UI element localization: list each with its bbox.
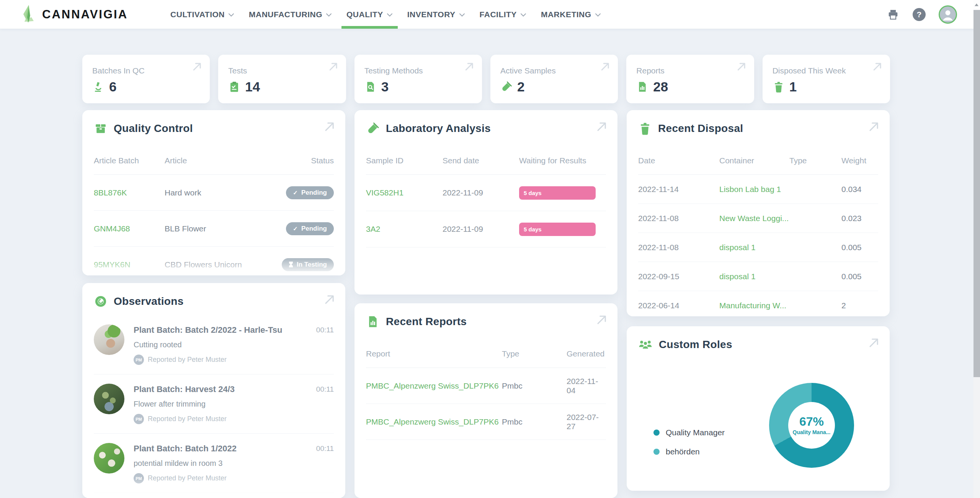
scrollbar-up-button[interactable] [973, 0, 980, 10]
column-header: Article Batch [94, 156, 165, 165]
print-button[interactable] [887, 8, 900, 21]
users-icon [638, 338, 653, 352]
table-row: 3A2 2022-11-09 5 days [366, 211, 606, 247]
article-batch-link[interactable]: 8BL876K [94, 188, 165, 197]
nav-item-facility[interactable]: FACILITY [472, 0, 534, 29]
open-link-icon[interactable] [599, 61, 611, 72]
roles-donut-chart: 67% Quality Mana... [769, 383, 854, 468]
waiting-days-badge: 5 days [519, 186, 596, 200]
open-link-icon[interactable] [867, 336, 880, 349]
open-link-icon[interactable] [323, 293, 336, 306]
table-row: GNM4J68 BLB Flower ✓Pending [94, 211, 334, 247]
observation-time: 00:11 [316, 384, 334, 424]
column-header: Waiting for Results [519, 156, 606, 165]
table-row: 95MYK6N CBD Flowers Unicorn In Testing [94, 247, 334, 275]
stat-value: 2 [517, 79, 524, 94]
document-chart-icon [636, 81, 648, 93]
observation-photo [94, 443, 124, 474]
stat-label: Reports [636, 66, 665, 75]
generated-cell: 2022-11-04 [567, 377, 606, 395]
nav-item-marketing[interactable]: MARKETING [534, 0, 608, 29]
card-title: Laboratory Analysis [386, 122, 491, 135]
status-badge: ✓Pending [286, 186, 334, 199]
nav-item-inventory[interactable]: INVENTORY [400, 0, 472, 29]
article-batch-link[interactable]: GNM4J68 [94, 224, 165, 233]
reporter-label: Reported by Peter Muster [148, 474, 227, 482]
brand-logo[interactable]: CANNAVIGIA [20, 4, 128, 25]
donut-center-label: Quality Mana... [793, 429, 831, 435]
container-link[interactable]: Lisbon Lab bag 1 [719, 185, 789, 194]
report-link[interactable]: PMBC_Alpenzwerg Swiss_DLP7PK6 [366, 381, 502, 391]
observation-item[interactable]: Plant Batch: Harvest 24/3 Flower after t… [94, 374, 334, 434]
chevron-down-icon [326, 13, 332, 17]
leaf-logo-icon [20, 4, 38, 25]
column-header: Report [366, 349, 502, 358]
nav-item-quality[interactable]: QUALITY [339, 0, 400, 29]
nav-label: INVENTORY [407, 10, 456, 19]
open-link-icon[interactable] [464, 61, 475, 72]
report-type-cell: Pmbc [502, 381, 567, 391]
top-nav: CANNAVIGIA CULTIVATION MANUFACTURING QUA… [0, 0, 980, 29]
open-link-icon[interactable] [867, 120, 880, 133]
container-link[interactable]: Manufacturing W... [719, 301, 789, 310]
open-link-icon[interactable] [872, 61, 883, 72]
open-link-icon[interactable] [191, 61, 203, 72]
observation-item[interactable]: Plant Batch: Batch 1/2022 potential mild… [94, 434, 334, 493]
chevron-down-icon [520, 13, 526, 17]
reporter-label: Reported by Peter Muster [148, 356, 227, 364]
check-icon: ✓ [293, 226, 298, 231]
stat-value: 1 [789, 79, 797, 94]
report-link[interactable]: PMBC_Alpenzwerg Swiss_DLP7PK6 [366, 417, 502, 426]
legend-label: behörden [666, 447, 700, 456]
observation-item[interactable]: Plant Batch: Batch 2/2022 - Harle-Tsu Cu… [94, 315, 334, 374]
nav-label: MARKETING [541, 10, 591, 19]
page-scrollbar[interactable] [973, 0, 980, 498]
user-menu-button[interactable] [939, 5, 957, 24]
stat-label: Batches In QC [92, 66, 145, 75]
generated-cell: 2022-07-27 [567, 413, 606, 431]
chevron-down-icon [387, 13, 393, 17]
microscope-icon [92, 81, 105, 93]
article-batch-link[interactable]: 95MYK6N [94, 260, 165, 269]
stat-value: 6 [109, 79, 116, 94]
column-header: Status [311, 156, 334, 165]
column-header: Type [502, 349, 567, 358]
nav-item-cultivation[interactable]: CULTIVATION [163, 0, 242, 29]
sample-id-link[interactable]: 3A2 [366, 225, 443, 234]
open-link-icon[interactable] [323, 120, 336, 133]
sample-id-link[interactable]: VIG582H1 [366, 188, 443, 197]
open-link-icon[interactable] [595, 120, 608, 133]
article-cell: Hard work [165, 188, 276, 197]
observation-item[interactable]: Plant Batch: PB-B166ER 2022-11-09 [94, 493, 334, 498]
check-icon: ✓ [293, 190, 298, 195]
open-link-icon[interactable] [595, 313, 608, 326]
table-row: 2022-06-14 Manufacturing W... 2 [638, 291, 878, 316]
observation-note: potential mildew in room 3 [134, 459, 307, 468]
chevron-down-icon [459, 13, 465, 17]
nav-label: QUALITY [346, 10, 383, 19]
reporter-avatar: PM [134, 414, 144, 424]
send-date-cell: 2022-11-09 [443, 225, 519, 234]
stat-label: Active Samples [500, 66, 556, 75]
help-button[interactable]: ? [913, 8, 926, 21]
container-link[interactable]: disposal 1 [719, 272, 789, 281]
open-link-icon[interactable] [736, 61, 747, 72]
observation-photo [94, 324, 124, 355]
column-header: Weight [841, 156, 878, 165]
nav-item-manufacturing[interactable]: MANUFACTURING [242, 0, 339, 29]
observation-note: Cutting rooted [134, 340, 307, 349]
trash-icon [773, 81, 785, 93]
weight-cell: 0.034 [841, 185, 878, 194]
table-row: 8BL876K Hard work ✓Pending [94, 175, 334, 211]
scrollbar-thumb[interactable] [973, 10, 980, 377]
article-cell: CBD Flowers Unicorn [165, 260, 276, 269]
container-link[interactable]: New Waste Loggi... [719, 214, 789, 223]
user-avatar [939, 5, 957, 24]
open-link-icon[interactable] [328, 61, 339, 72]
table-row: PMBC_Alpenzwerg Swiss_DLP7PK6 Pmbc 2022-… [366, 404, 606, 440]
stat-card-disposed-this-week: Disposed This Week 1 [763, 55, 890, 103]
table-header: Date Container Type Weight [638, 147, 878, 175]
legend-swatch [653, 449, 660, 455]
chart-legend: Quality Manager behörden [653, 428, 725, 456]
container-link[interactable]: disposal 1 [719, 243, 789, 252]
